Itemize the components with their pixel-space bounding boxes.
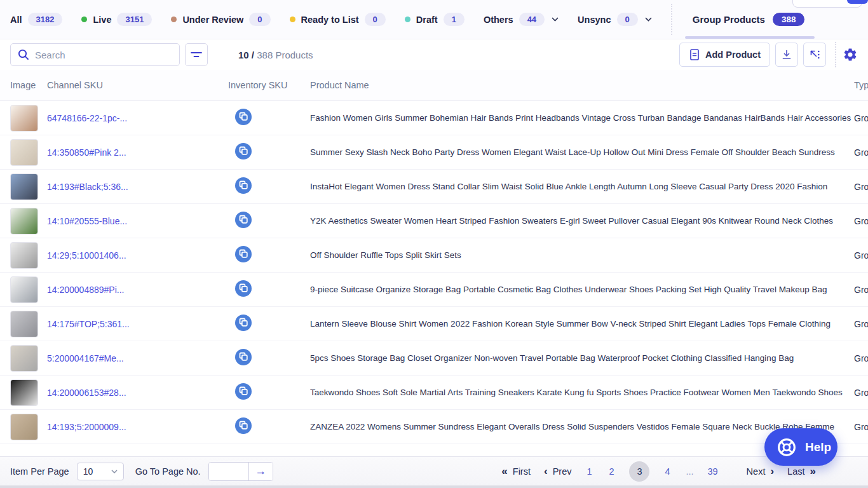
prev-page-button[interactable]: ‹ Prev (544, 466, 572, 477)
arrow-right-icon: → (255, 464, 266, 478)
page-number[interactable]: 1 (585, 466, 593, 477)
product-type: Group (854, 319, 868, 329)
product-thumbnail[interactable] (10, 379, 38, 406)
download-button[interactable] (775, 43, 798, 67)
channel-sku-link[interactable]: 14:200006153#28... (47, 388, 228, 398)
product-type: Group (854, 182, 868, 192)
chevron-left-icon: ‹ (544, 466, 548, 477)
count-badge: 44 (519, 13, 545, 26)
item-per-page-label: Item Per Page (10, 466, 69, 477)
count-badge: 0 (365, 13, 386, 26)
copy-inventory-sku-icon[interactable] (235, 349, 252, 365)
products-count-current: 10 / (238, 50, 254, 60)
filter-tab-under-review[interactable]: Under Review 0 (171, 13, 270, 26)
product-thumbnail[interactable] (10, 414, 38, 440)
page-number[interactable]: 4 (663, 466, 672, 477)
filter-tab-draft[interactable]: Draft 1 (405, 13, 465, 26)
copy-inventory-sku-icon[interactable] (235, 280, 252, 297)
table-toolbar: 10 / 388 Products Add Product (0, 39, 868, 70)
filter-button[interactable] (185, 43, 208, 66)
goto-page-button[interactable]: → (248, 463, 273, 480)
table-row: 14:10#20555-Blue... Y2K Aesthetics Sweat… (0, 204, 868, 238)
search-box (10, 43, 180, 66)
filter-tab-all[interactable]: All 3182 (10, 13, 62, 26)
filter-tab-unsync[interactable]: Unsync 0 (578, 13, 652, 26)
next-page-button[interactable]: Next › (747, 466, 775, 477)
copy-inventory-sku-icon[interactable] (235, 383, 252, 400)
copy-inventory-sku-icon[interactable] (235, 109, 252, 125)
double-chevron-right-icon: » (810, 466, 816, 477)
filter-tab-others[interactable]: Others 44 (484, 13, 559, 26)
page-ellipsis: ... (685, 466, 694, 477)
clipped-blue-element (847, 0, 868, 4)
first-page-button[interactable]: « First (501, 466, 531, 477)
channel-sku-link[interactable]: 14:29;5:10001406... (47, 250, 228, 261)
products-count: 10 / 388 Products (238, 50, 313, 60)
product-thumbnail[interactable] (10, 242, 38, 269)
add-product-button[interactable]: Add Product (679, 43, 770, 67)
copy-inventory-sku-icon[interactable] (235, 177, 252, 194)
product-thumbnail[interactable] (10, 173, 38, 200)
help-button[interactable]: Help (764, 428, 837, 466)
header-inventory-sku: Inventory SKU (228, 80, 310, 90)
status-dot (290, 17, 295, 22)
product-name: ZANZEA 2022 Womens Summer Sundress Elega… (310, 422, 854, 431)
copy-inventory-sku-icon[interactable] (235, 212, 252, 228)
table-row: 14:200004889#Pi... 9-piece Suitcase Orga… (0, 273, 868, 307)
table-row: 5:200004167#Me... 5pcs Shoes Storage Bag… (0, 341, 868, 376)
page-number-active[interactable]: 3 (629, 461, 649, 482)
copy-inventory-sku-icon[interactable] (235, 315, 252, 331)
group-products-label: Group Products (693, 14, 765, 25)
export-sync-button[interactable] (803, 43, 826, 67)
product-thumbnail[interactable] (10, 139, 38, 166)
table-row: 14:193;5:2000009... ZANZEA 2022 Womens S… (0, 410, 868, 444)
filter-tab-live[interactable]: Live 3151 (81, 13, 152, 26)
channel-sku-link[interactable]: 14:175#TOP;5:361... (47, 319, 228, 329)
tab-group-products[interactable]: Group Products 388 (689, 0, 809, 39)
channel-sku-link[interactable]: 64748166-22-1pc-... (47, 113, 228, 123)
products-page: All 3182 Live 3151 Under Review 0 Ready … (0, 0, 868, 488)
filter-tab-ready-to-list[interactable]: Ready to List 0 (290, 13, 386, 26)
page-number[interactable]: 39 (707, 466, 717, 477)
product-name: InstaHot Elegant Women Dress Stand Colla… (310, 182, 854, 191)
group-products-count-badge: 388 (773, 13, 805, 26)
product-thumbnail[interactable] (10, 345, 38, 372)
product-type: Group (854, 113, 868, 123)
product-thumbnail[interactable] (10, 105, 38, 132)
product-thumbnail[interactable] (10, 276, 38, 303)
product-type: Group (854, 216, 868, 226)
table-header: Image Channel SKU Inventory SKU Product … (0, 70, 868, 101)
gear-icon (843, 47, 858, 62)
product-thumbnail[interactable] (10, 311, 38, 337)
last-page-button[interactable]: Last » (787, 466, 816, 477)
lifebuoy-icon (775, 435, 799, 459)
pagination: « First ‹ Prev 1 2 3 4 ... 39 Next › Las… (501, 461, 816, 482)
table-row: 14:29;5:10001406... Off Shoulder Ruffle … (0, 238, 868, 273)
filter-icon (190, 50, 203, 60)
product-type: Group (854, 353, 868, 363)
channel-sku-link[interactable]: 5:200004167#Me... (47, 353, 228, 363)
filter-label: All (10, 15, 22, 25)
channel-sku-link[interactable]: 14:193#Black;5:36... (47, 182, 228, 192)
product-thumbnail[interactable] (10, 208, 38, 234)
divider (835, 42, 836, 67)
settings-button[interactable] (843, 47, 858, 62)
copy-inventory-sku-icon[interactable] (235, 417, 252, 434)
page-number[interactable]: 2 (607, 466, 616, 477)
arrow-up-left-dots-icon (808, 48, 821, 61)
channel-sku-link[interactable]: 14:193;5:2000009... (47, 422, 228, 432)
chevron-down-icon[interactable] (552, 17, 559, 22)
product-type: Group (854, 147, 868, 158)
next-label: Next (747, 466, 766, 477)
copy-inventory-sku-icon[interactable] (235, 246, 252, 262)
channel-sku-link[interactable]: 14:200004889#Pi... (47, 285, 228, 295)
search-input[interactable] (35, 50, 173, 60)
channel-sku-link[interactable]: 14:10#20555-Blue... (47, 216, 228, 226)
goto-page-input[interactable] (209, 463, 248, 480)
chevron-down-icon[interactable] (645, 17, 652, 22)
copy-inventory-sku-icon[interactable] (235, 143, 252, 159)
items-per-page-select[interactable]: 10 (77, 463, 124, 480)
channel-sku-link[interactable]: 14:350850#Pink 2... (47, 147, 228, 158)
count-badge: 3182 (28, 13, 63, 26)
count-badge: 0 (617, 13, 638, 26)
